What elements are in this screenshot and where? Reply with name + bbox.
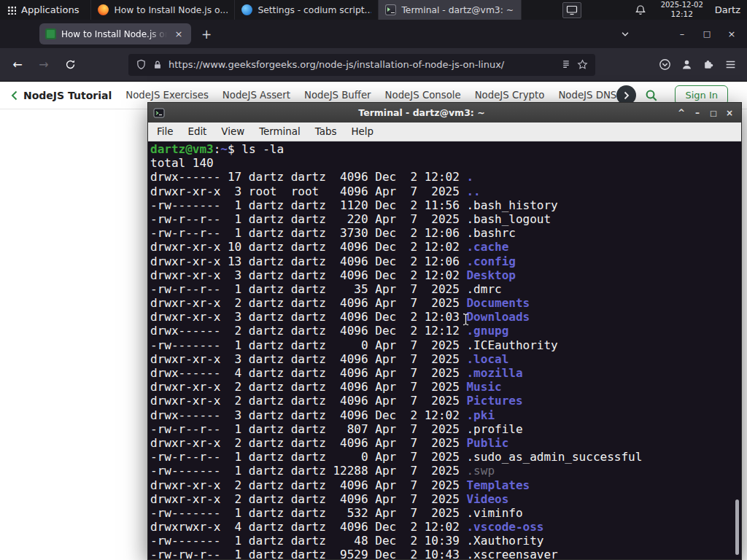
tab-title: How to Install Node.js on: [61, 29, 167, 39]
terminal-output-line: drwxr-xr-x 2 dartz dartz 4096 Apr 7 2025…: [150, 436, 741, 450]
terminal-output-line: drwxr-xr-x 2 dartz dartz 4096 Apr 7 2025…: [150, 492, 741, 506]
bookmark-star-icon[interactable]: [577, 59, 588, 70]
window-title-label: Settings - codium script...: [258, 5, 371, 15]
url-bar[interactable]: https://www.geeksforgeeks.org/node-js/in…: [128, 54, 595, 76]
firefox-tabstrip: How to Install Node.js on × + – □ ×: [0, 20, 747, 48]
taskbar-window-button[interactable]: Settings - codium script...: [234, 0, 378, 20]
file-name: .bashrc: [466, 226, 515, 240]
monitor-icon: [566, 5, 578, 15]
file-name: .mozilla: [466, 366, 522, 380]
terminal-titlebar[interactable]: Terminal - dartz@vm3: ~ ^ – □ ×: [148, 103, 741, 122]
terminal-menu-item[interactable]: View: [214, 126, 252, 137]
file-meta: -rw------- 1 dartz dartz 532 Apr 7 2025: [150, 506, 466, 520]
terminal-icon: [153, 107, 165, 119]
reader-mode-icon[interactable]: [560, 59, 571, 70]
terminal-output-line: drwx------ 4 dartz dartz 4096 Apr 7 2025…: [150, 366, 741, 380]
taskbar-window-button[interactable]: How to Install Node.js o...: [90, 0, 234, 20]
terminal-close-button[interactable]: ×: [721, 108, 738, 118]
firefox-toolbar: ← → https://www.geeksforgeeks.org/node-j…: [0, 48, 747, 82]
site-search-button[interactable]: [645, 89, 658, 102]
file-meta: drwx------ 2 dartz dartz 4096 Dec 2 12:1…: [150, 324, 466, 338]
terminal-menu-item[interactable]: Tabs: [308, 126, 344, 137]
search-icon: [645, 89, 658, 102]
forward-button[interactable]: →: [32, 53, 55, 77]
tab-close-button[interactable]: ×: [172, 28, 185, 41]
site-nav-items: NodeJS TutorialNodeJS ExercisesNodeJS As…: [23, 90, 629, 101]
terminal-output-line: drwxr-xr-x 10 dartz dartz 4096 Dec 2 12:…: [150, 240, 741, 254]
lock-icon[interactable]: [152, 60, 163, 70]
file-meta: drwx------ 3 dartz dartz 4096 Dec 2 12:0…: [150, 408, 466, 422]
terminal-menu-item[interactable]: Terminal: [252, 126, 308, 137]
terminal-output-line: -rw-r--r-- 1 dartz dartz 35 Apr 7 2025 .…: [150, 282, 741, 296]
site-nav-item[interactable]: NodeJS Crypto: [475, 90, 545, 101]
terminal-tray-icon[interactable]: [562, 2, 581, 18]
terminal-output-line: -rw-r--r-- 1 dartz dartz 220 Apr 7 2025 …: [150, 212, 741, 226]
terminal-output-line: drwxr-xr-x 3 dartz dartz 4096 Dec 2 12:0…: [150, 310, 741, 324]
browser-minimize-button[interactable]: –: [670, 24, 694, 44]
terminal-menu-item[interactable]: Help: [344, 126, 381, 137]
file-name: .viminfo: [466, 506, 522, 520]
terminal-minimize-button[interactable]: –: [689, 108, 705, 118]
file-name: .: [466, 170, 473, 184]
terminal-output-line: drwxr-xr-x 2 dartz dartz 4096 Apr 7 2025…: [150, 478, 741, 492]
file-meta: drwxr-xr-x 13 dartz dartz 4096 Dec 2 12:…: [150, 254, 466, 268]
account-icon[interactable]: [681, 58, 693, 71]
back-button[interactable]: ←: [6, 53, 29, 77]
terminal-scrollbar[interactable]: [735, 499, 739, 555]
file-name: Pictures: [466, 394, 522, 408]
file-meta: -rw-rw-r-- 1 dartz dartz 9529 Dec 2 10:4…: [150, 548, 466, 559]
site-nav-item[interactable]: NodeJS Tutorial: [23, 90, 112, 101]
terminal-output-line: drwxr-xr-x 2 dartz dartz 4096 Apr 7 2025…: [150, 380, 741, 394]
terminal-output-line: drwxrwxr-x 4 dartz dartz 4096 Dec 2 12:0…: [150, 520, 741, 534]
terminal-shade-button[interactable]: ^: [673, 108, 689, 118]
file-meta: -rw-r--r-- 1 dartz dartz 3730 Dec 2 12:0…: [150, 226, 466, 240]
file-meta: drwxr-xr-x 3 dartz dartz 4096 Apr 7 2025: [150, 352, 466, 366]
file-meta: drwxr-xr-x 3 dartz dartz 4096 Dec 2 12:0…: [150, 268, 466, 282]
prompt-path: ~: [220, 142, 228, 156]
file-meta: -rw------- 1 dartz dartz 12288 Apr 7 202…: [150, 464, 466, 478]
file-name: .profile: [466, 422, 522, 436]
url-input[interactable]: https://www.geeksforgeeks.org/node-js/in…: [169, 59, 554, 70]
pocket-icon[interactable]: [659, 58, 671, 71]
browser-tab[interactable]: How to Install Node.js on ×: [39, 23, 191, 44]
file-name: ..: [466, 184, 480, 198]
file-meta: -rw-r--r-- 1 dartz dartz 807 Apr 7 2025: [150, 422, 466, 436]
hamburger-menu-icon[interactable]: [724, 58, 737, 71]
shield-icon[interactable]: [136, 59, 147, 70]
file-meta: drwxr-xr-x 10 dartz dartz 4096 Dec 2 12:…: [150, 240, 466, 254]
terminal-maximize-button[interactable]: □: [705, 109, 721, 117]
notification-bell-icon[interactable]: [635, 4, 646, 16]
text-cursor: [462, 313, 470, 326]
reload-icon: [65, 59, 76, 70]
file-meta: drwxr-xr-x 2 dartz dartz 4096 Apr 7 2025: [150, 296, 466, 310]
site-nav-item[interactable]: NodeJS Buffer: [304, 90, 371, 101]
site-nav-item[interactable]: NodeJS Console: [385, 90, 461, 101]
terminal-output-line: drwxr-xr-x 2 dartz dartz 4096 Apr 7 2025…: [150, 296, 741, 310]
site-nav-item[interactable]: NodeJS DNS: [558, 90, 616, 101]
taskbar-window-button[interactable]: Terminal - dartz@vm3: ~: [378, 0, 522, 20]
panel-clock[interactable]: 2025-12-02 12:12: [661, 1, 703, 19]
list-all-tabs-button[interactable]: [616, 25, 635, 44]
new-tab-button[interactable]: +: [197, 25, 216, 44]
terminal-window: Terminal - dartz@vm3: ~ ^ – □ × FileEdit…: [147, 102, 742, 560]
nav-scroll-left-icon[interactable]: [10, 90, 18, 101]
terminal-output-line: -rw------- 1 dartz dartz 0 Apr 7 2025 .I…: [150, 338, 741, 352]
geeksforgeeks-favicon: [45, 28, 56, 39]
reload-button[interactable]: [58, 53, 82, 77]
terminal-output[interactable]: dartz@vm3:~$ ls -la total 140 drwx------…: [148, 141, 741, 559]
site-nav-item[interactable]: NodeJS Exercises: [125, 90, 209, 101]
terminal-menu-item[interactable]: File: [150, 126, 180, 137]
toolbar-right-icons: [659, 58, 747, 71]
browser-close-button[interactable]: ×: [719, 24, 744, 44]
terminal-output-line: drwxr-xr-x 3 root root 4096 Apr 7 2025 .…: [150, 184, 741, 198]
file-name: .bash_logout: [466, 212, 551, 226]
browser-maximize-button[interactable]: □: [694, 24, 719, 44]
prompt-separator: :: [214, 142, 221, 156]
extensions-puzzle-icon[interactable]: [703, 58, 715, 71]
terminal-output-line: drwx------ 2 dartz dartz 4096 Dec 2 12:1…: [150, 324, 741, 338]
terminal-menu-item[interactable]: Edit: [180, 126, 214, 137]
terminal-output-line: -rw------- 1 dartz dartz 1120 Dec 2 11:5…: [150, 198, 741, 212]
file-name: Music: [466, 380, 501, 394]
applications-menu-button[interactable]: Applications: [0, 0, 86, 20]
site-nav-item[interactable]: NodeJS Assert: [222, 90, 290, 101]
